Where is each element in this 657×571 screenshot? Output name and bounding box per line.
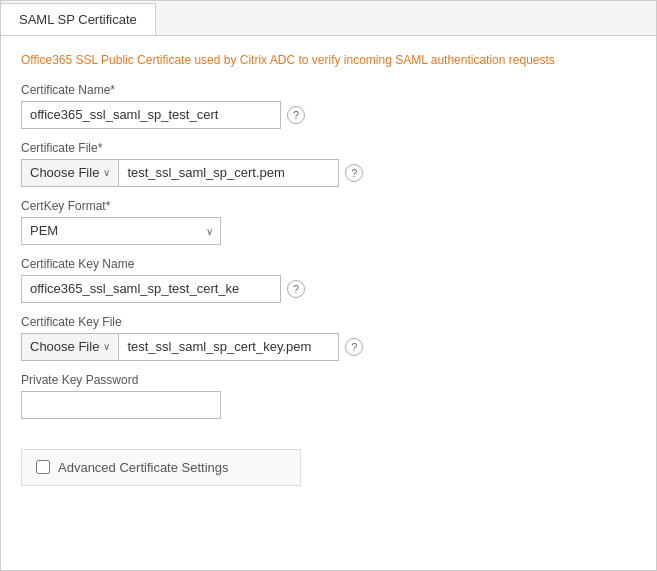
tab-bar: SAML SP Certificate [1,1,656,36]
private-key-password-input[interactable] [21,391,221,419]
cert-key-name-input[interactable] [21,275,281,303]
certkey-format-select[interactable]: PEM DER [21,217,221,245]
cert-key-name-label: Certificate Key Name [21,257,636,271]
cert-key-name-help-icon[interactable]: ? [287,280,305,298]
private-key-password-label: Private Key Password [21,373,636,387]
cert-key-name-group: Certificate Key Name ? [21,257,636,303]
cert-file-label: Certificate File* [21,141,636,155]
advanced-certificate-settings-section: Advanced Certificate Settings [21,449,301,486]
cert-key-file-value-input[interactable] [119,333,339,361]
certkey-format-label: CertKey Format* [21,199,636,213]
cert-key-file-label: Certificate Key File [21,315,636,329]
cert-file-group: Certificate File* Choose File ∨ ? [21,141,636,187]
cert-key-file-row: Choose File ∨ ? [21,333,636,361]
cert-key-file-help-icon[interactable]: ? [345,338,363,356]
cert-name-help-icon[interactable]: ? [287,106,305,124]
cert-file-chevron-icon: ∨ [103,167,110,178]
saml-sp-certificate-panel: SAML SP Certificate Office365 SSL Public… [0,0,657,571]
advanced-certificate-settings-label: Advanced Certificate Settings [58,460,229,475]
cert-key-file-chevron-icon: ∨ [103,341,110,352]
cert-key-file-choose-label: Choose File [30,339,99,354]
cert-file-choose-label: Choose File [30,165,99,180]
cert-key-file-choose-button[interactable]: Choose File ∨ [21,333,119,361]
description-text: Office365 SSL Public Certificate used by… [21,52,636,69]
advanced-certificate-settings-checkbox[interactable] [36,460,50,474]
certkey-format-select-wrapper: PEM DER ∨ [21,217,221,245]
cert-file-help-icon[interactable]: ? [345,164,363,182]
cert-file-choose-button[interactable]: Choose File ∨ [21,159,119,187]
private-key-password-group: Private Key Password [21,373,636,419]
cert-file-value-input[interactable] [119,159,339,187]
cert-key-file-group: Certificate Key File Choose File ∨ ? [21,315,636,361]
tab-saml-sp-certificate[interactable]: SAML SP Certificate [1,3,156,35]
cert-name-label: Certificate Name* [21,83,636,97]
form-area: Office365 SSL Public Certificate used by… [1,36,656,502]
cert-file-row: Choose File ∨ ? [21,159,636,187]
cert-name-input[interactable] [21,101,281,129]
certkey-format-group: CertKey Format* PEM DER ∨ [21,199,636,245]
cert-name-group: Certificate Name* ? [21,83,636,129]
